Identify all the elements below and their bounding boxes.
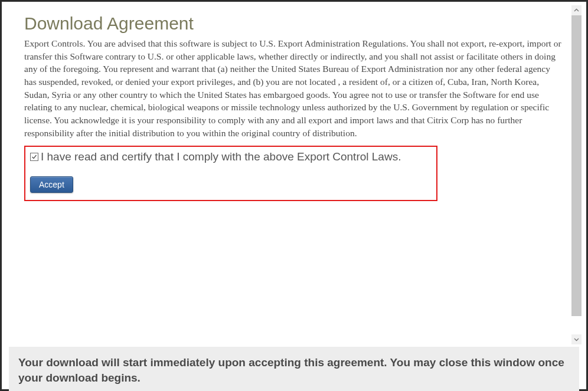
compliance-row: I have read and certify that I comply wi… xyxy=(30,150,430,163)
page-title: Download Agreement xyxy=(24,14,564,34)
accept-button[interactable]: Accept xyxy=(30,176,73,193)
checkmark-icon xyxy=(31,154,37,160)
vertical-scrollbar[interactable] xyxy=(571,5,582,344)
dialog-frame: Download Agreement Export Controls. You … xyxy=(0,0,588,391)
compliance-checkbox[interactable] xyxy=(30,153,38,161)
chevron-up-icon xyxy=(574,8,579,13)
agreement-text: Export Controls. You are advised that th… xyxy=(24,37,564,140)
content-area: Download Agreement Export Controls. You … xyxy=(6,5,582,344)
scroll-down-button[interactable] xyxy=(571,334,582,344)
footer-note: Your download will start immediately upo… xyxy=(9,347,579,391)
scroll-up-button[interactable] xyxy=(571,5,582,15)
compliance-label: I have read and certify that I comply wi… xyxy=(41,150,401,163)
chevron-down-icon xyxy=(574,337,579,342)
scroll-thumb[interactable] xyxy=(571,15,582,316)
acceptance-highlight: I have read and certify that I comply wi… xyxy=(24,146,437,201)
